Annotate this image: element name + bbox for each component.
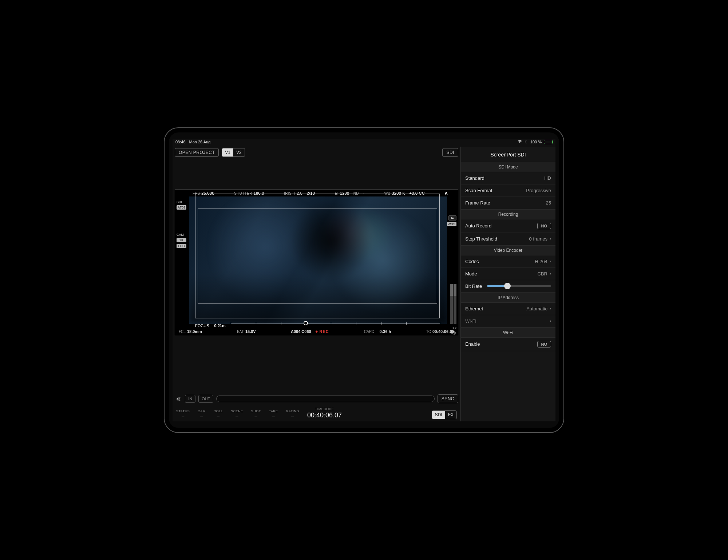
bitrate-slider[interactable] — [487, 285, 551, 287]
val-take: – — [269, 414, 278, 419]
auto-record-toggle[interactable]: NO — [537, 223, 551, 229]
video-monitor[interactable]: FPS25.000 SHUTTER180.0 IRIST 2.8 2/10 EI… — [175, 190, 458, 335]
focus-label: FOCUS — [195, 323, 209, 328]
rec-dot-icon: ● — [315, 329, 318, 334]
footer: « IN OUT SYNC STATUS– CAM– ROLL– SCENE– … — [173, 390, 460, 421]
right-badges: ⇆ WRS — [447, 215, 456, 226]
sdi-button[interactable]: SDI — [442, 148, 458, 157]
chevron-right-icon: › — [550, 318, 551, 323]
val-rating: – — [286, 414, 299, 419]
sdi-badge-label: SDI — [177, 200, 186, 204]
col-scene: SCENE — [231, 409, 243, 413]
out-button[interactable]: OUT — [198, 395, 213, 403]
val-cam: – — [198, 414, 206, 419]
main-panel: OPEN PROJECT V1 V2 SDI FPS25.000 SHUTTER… — [173, 147, 461, 421]
card-value: 0:36 h — [380, 329, 391, 334]
section-sdi-mode: SDI Mode — [461, 162, 555, 172]
fcl-value: 18.0mm — [187, 329, 202, 334]
clip-name: A004 C060 — [291, 329, 311, 334]
log-badge: LOG — [177, 244, 186, 248]
row-stop-threshold[interactable]: Stop Threshold 0 frames› — [461, 233, 555, 245]
row-bit-rate[interactable]: Bit Rate — [461, 280, 555, 293]
row-auto-record[interactable]: Auto Record NO — [461, 219, 555, 233]
in-button[interactable]: IN — [185, 395, 195, 403]
col-take: TAKE — [269, 409, 278, 413]
chevron-right-icon: › — [550, 259, 551, 264]
col-status: STATUS — [176, 409, 190, 413]
row-standard[interactable]: Standard HD — [461, 172, 555, 184]
status-time: 08:46 — [175, 140, 186, 144]
section-recording: Recording — [461, 209, 555, 219]
row-ethernet[interactable]: Ethernet Automatic› — [461, 303, 555, 315]
view-v1[interactable]: V1 — [222, 148, 233, 156]
val-status: – — [176, 414, 190, 419]
scrub-bar[interactable] — [216, 396, 434, 402]
cam-badge-label: CAM — [177, 233, 186, 237]
settings-title: ScreenPort SDI — [461, 147, 555, 162]
tc-value: 00:40:06:05 — [432, 329, 454, 334]
col-timecode: TIMECODE — [307, 407, 342, 411]
col-rating: RATING — [286, 409, 299, 413]
wifi-enable-toggle[interactable]: NO — [537, 341, 551, 347]
chevron-right-icon: › — [550, 236, 551, 241]
val-scene: – — [231, 414, 243, 419]
wrs-badge: WRS — [447, 222, 456, 226]
audio-meter — [450, 284, 456, 324]
card-slot: A — [445, 191, 448, 195]
bat-label: BAT — [237, 330, 244, 334]
battery-icon — [544, 140, 553, 144]
status-bar: 08:46 Mon 26 Aug ☾ 100 % — [173, 139, 555, 147]
status-date: Mon 26 Aug — [189, 140, 211, 144]
battery-pct: 100 % — [530, 140, 542, 144]
chevron-right-icon: › — [550, 271, 551, 276]
dnd-icon: ☾ — [525, 140, 528, 144]
chevron-right-icon: › — [550, 306, 551, 311]
bat-value: 15.0V — [245, 329, 256, 334]
rec-indicator: REC — [320, 329, 329, 334]
tc-label: TC — [426, 330, 431, 334]
section-wifi: Wi-Fi — [461, 327, 555, 338]
bitrate-knob[interactable] — [504, 283, 511, 289]
open-project-button[interactable]: OPEN PROJECT — [175, 148, 219, 157]
section-ip-address: IP Address — [461, 293, 555, 303]
card-label: CARD — [364, 330, 374, 334]
focus-marker[interactable] — [304, 321, 308, 325]
focus-scale[interactable] — [231, 323, 440, 328]
collapse-icon[interactable]: « — [175, 394, 182, 404]
wifi-icon — [517, 140, 522, 144]
col-roll: ROLL — [214, 409, 223, 413]
overlay-bottom: FCL18.0mm BAT15.0V A004 C060 ●REC CARD 0… — [179, 329, 454, 334]
output-segmented: SDI FX — [432, 410, 457, 419]
output-fx[interactable]: FX — [445, 411, 456, 419]
screen: 08:46 Mon 26 Aug ☾ 100 % OPEN PROJECT V1… — [173, 139, 555, 421]
left-badges: SDI A709 CAM 2K LOG — [177, 199, 186, 248]
row-wifi-enable[interactable]: Enable NO — [461, 338, 555, 351]
row-wifi-ip[interactable]: Wi-Fi › — [461, 315, 555, 327]
row-mode[interactable]: Mode CBR› — [461, 268, 555, 280]
focus-value: 0.21m — [214, 323, 226, 328]
sync-button[interactable]: SYNC — [438, 394, 458, 403]
focus-row: FOCUS 0.21m — [195, 323, 440, 328]
val-timecode: 00:40:06.07 — [307, 412, 342, 419]
fcl-label: FCL — [179, 330, 186, 334]
view-v2[interactable]: V2 — [233, 148, 245, 156]
output-sdi[interactable]: SDI — [432, 411, 445, 419]
col-cam: CAM — [198, 409, 206, 413]
top-toolbar: OPEN PROJECT V1 V2 SDI — [173, 147, 460, 160]
section-video-encoder: Video Encoder — [461, 245, 555, 255]
sync-icon: ⇆ — [448, 215, 456, 221]
settings-panel: ScreenPort SDI SDI Mode Standard HD Scan… — [461, 147, 555, 421]
row-codec[interactable]: Codec H.264› — [461, 255, 555, 268]
val-shot: – — [251, 414, 261, 419]
col-shot: SHOT — [251, 409, 261, 413]
safe-frame-inner — [198, 208, 437, 304]
row-frame-rate[interactable]: Frame Rate 25 — [461, 197, 555, 209]
view-segmented: V1 V2 — [222, 148, 245, 157]
colorspace-badge: A709 — [177, 205, 186, 210]
val-roll: – — [214, 414, 223, 419]
row-scan-format[interactable]: Scan Format Progressive — [461, 184, 555, 197]
resolution-badge: 2K — [177, 238, 186, 242]
tablet-frame: 08:46 Mon 26 Aug ☾ 100 % OPEN PROJECT V1… — [164, 127, 564, 433]
